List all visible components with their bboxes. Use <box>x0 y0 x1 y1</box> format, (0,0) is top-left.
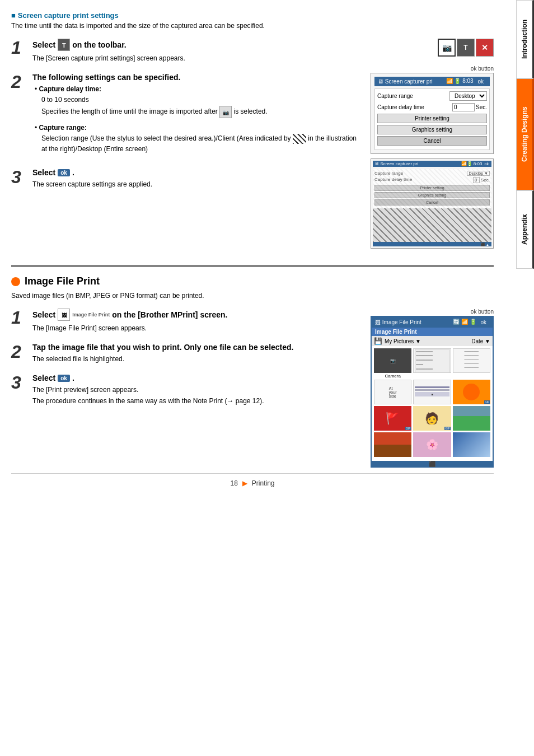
if-ok-label: ok button <box>371 309 494 315</box>
step-1: 1 Select T on the toolbar. The [Screen c… <box>11 39 359 64</box>
graphics-setting-btn[interactable]: Graphics setting <box>377 125 487 134</box>
if-image-flowers[interactable]: 🌸 <box>413 432 451 458</box>
if-img-cam: 📷 <box>374 348 411 373</box>
if-image-nature[interactable] <box>453 406 490 431</box>
screen-capture-dialog: 🖥 Screen capturer pri 📶 🔋 8:03 ok Captur… <box>371 73 494 154</box>
screenshot-1: ok button 🖥 Screen capturer pri 📶 🔋 8:03… <box>371 66 494 154</box>
screenshot-2-zoomed: 🖥 Screen capturer pri 📶🔋 8:03 ok Capture… <box>371 158 494 249</box>
capture-delay-unit: Sec. <box>476 104 487 110</box>
if-step-1: 1 Select 🖼 Image File Print on the [Brot… <box>11 309 359 334</box>
step-1-body: The [Screen capture print settings] scre… <box>32 53 359 64</box>
if-step-2: 2 Tap the image file that you wish to pr… <box>11 343 359 365</box>
if-step-1-pre: Select <box>32 310 55 319</box>
if-img-text: Atyourside <box>374 380 411 404</box>
step-1-title: Select T on the toolbar. <box>32 39 359 51</box>
if-step-1-post: on the [Brother MPrint] screen. <box>112 310 227 319</box>
dialog-time-and-ok: 📶 🔋 8:03 ok <box>446 78 486 85</box>
if-image-doc2[interactable]: ────────────────────────────── <box>453 348 490 379</box>
step-number-3: 3 <box>11 168 28 186</box>
if-image-cartoon[interactable]: 🧑 GIF <box>413 406 451 431</box>
dialog-title: 🖥 Screen capturer pri <box>378 78 433 85</box>
if-step-1-title: Select 🖼 Image File Print on the [Brothe… <box>32 309 359 321</box>
image-file-icon: 🖼 <box>58 309 70 321</box>
if-image-red[interactable]: 🚩 GIF <box>374 406 411 431</box>
if-img-red: 🚩 GIF <box>374 406 411 431</box>
image-file-title: Image File Print <box>25 276 100 287</box>
if-images-area: 📷 Camera ═══════════════════════════════ <box>372 346 493 461</box>
toolbar-icon-2: T <box>457 39 475 57</box>
screen-capture-section: Screen capture print settings The time u… <box>11 11 494 252</box>
zoomed-title-bar: 🖥 Screen capturer pri 📶🔋 8:03 ok <box>373 161 491 167</box>
if-image-sunset[interactable] <box>374 432 411 458</box>
if-step-3: 3 Select ok . The [Print preview] screen… <box>11 374 359 406</box>
toolbar-t-icon: T <box>58 39 70 51</box>
image-file-dialog: 🖼 Image File Print 🔄 📶 🔋 ok Image File P… <box>371 316 494 468</box>
capture-delay-input[interactable] <box>452 103 475 111</box>
screen-capture-subtitle: The time until the data is imported and … <box>11 22 494 30</box>
image-file-section: Image File Print Saved image files (in B… <box>11 276 494 468</box>
if-img-cam-label: Camera <box>374 374 411 379</box>
camera-icon-small: 📷 <box>219 106 232 118</box>
if-title-bar: 🖼 Image File Print 🔄 📶 🔋 ok <box>372 317 493 328</box>
side-tabs: Introduction Creating Designs Appendix <box>516 0 534 756</box>
screenshots-column: 📷 T ✕ ok button 🖥 Screen capturer pri <box>371 39 494 252</box>
if-step-3-title: Select ok . <box>32 374 359 382</box>
printer-setting-btn[interactable]: Printer setting <box>377 114 487 123</box>
if-screenshots-column: ok button 🖼 Image File Print 🔄 📶 🔋 ok Im… <box>371 309 494 468</box>
if-step-3-body: The [Print preview] screen appears. The … <box>32 385 359 406</box>
cancel-btn[interactable]: Cancel <box>377 136 487 146</box>
orange-dot <box>11 277 20 286</box>
step-3-title: Select ok . <box>32 168 359 177</box>
if-title: 🖼 Image File Print <box>375 319 421 325</box>
step-2-title: The following settings can be specified. <box>32 73 359 82</box>
dialog-ok-btn[interactable]: ok <box>475 78 486 85</box>
ok-label-1: ok button <box>371 66 494 72</box>
step-1-title-post: on the toolbar. <box>72 40 126 49</box>
if-img-flowers: 🌸 <box>413 432 451 457</box>
if-image-form[interactable]: ■ <box>413 380 451 405</box>
if-img-sunset <box>374 432 411 457</box>
if-step-2-title: Tap the image file that you wish to prin… <box>32 343 359 352</box>
if-image-text[interactable]: Atyourside <box>374 380 411 405</box>
step-number-2: 2 <box>11 73 28 91</box>
capture-delay-row: Capture delay time Sec. <box>377 103 487 111</box>
step-3-title-pre: Select <box>32 168 55 177</box>
section-divider <box>11 265 494 267</box>
if-image-row-3: 🚩 GIF 🧑 GIF <box>374 406 490 431</box>
image-file-heading-row: Image File Print <box>11 276 494 287</box>
footer-arrow-icon: ▶ <box>242 479 247 487</box>
step-3-title-post: . <box>72 168 74 177</box>
if-sort[interactable]: Date ▼ <box>471 338 490 344</box>
if-image-orange-circle[interactable]: GIF <box>453 380 490 405</box>
image-file-subtitle: Saved image files (in BMP, JPEG or PNG f… <box>11 292 494 300</box>
dialog-title-bar: 🖥 Screen capturer pri 📶 🔋 8:03 ok <box>374 77 490 86</box>
if-image-doc1[interactable]: ═══════════════════════════════ <box>413 348 451 379</box>
if-img-orange: GIF <box>453 380 490 404</box>
tab-creating-designs[interactable]: Creating Designs <box>516 78 534 190</box>
capture-range-dropdown[interactable]: Desktop <box>449 91 487 101</box>
if-step-3-ok-badge: ok <box>58 375 70 382</box>
step-number-1: 1 <box>11 39 28 57</box>
if-img-water <box>453 432 490 457</box>
toolbar-icon-close: ✕ <box>476 39 494 57</box>
tab-introduction[interactable]: Introduction <box>516 0 534 78</box>
if-step-3-post: . <box>72 374 74 382</box>
if-step-1-body: The [Image File Print] screen appears. <box>32 323 359 334</box>
toolbar-icons: 📷 T ✕ <box>438 39 494 57</box>
if-subtitle-bar: Image File Print <box>372 328 493 336</box>
step-1-title-pre: Select <box>32 40 55 49</box>
if-step-number-3: 3 <box>11 374 28 391</box>
if-image-row-4: 🌸 <box>374 432 490 458</box>
if-image-row-1: 📷 Camera ═══════════════════════════════ <box>374 348 490 379</box>
step-2-body: Capture delay time: 0 to 10 seconds Spec… <box>32 84 359 155</box>
if-image-water[interactable] <box>453 432 490 458</box>
if-step-3-pre: Select <box>32 374 55 382</box>
zoomed-body: Capture range Desktop ▼ Capture delay ti… <box>373 169 491 208</box>
step-3: 3 Select ok . The screen capture setting… <box>11 168 359 190</box>
dialog-body: Capture range Desktop Capture delay time <box>374 88 490 150</box>
if-image-cam[interactable]: 📷 Camera <box>374 348 411 379</box>
if-img-nature <box>453 406 490 431</box>
if-folder[interactable]: My Pictures ▼ <box>385 338 421 344</box>
tab-appendix[interactable]: Appendix <box>516 190 534 269</box>
if-ok-btn[interactable]: ok <box>477 319 489 326</box>
